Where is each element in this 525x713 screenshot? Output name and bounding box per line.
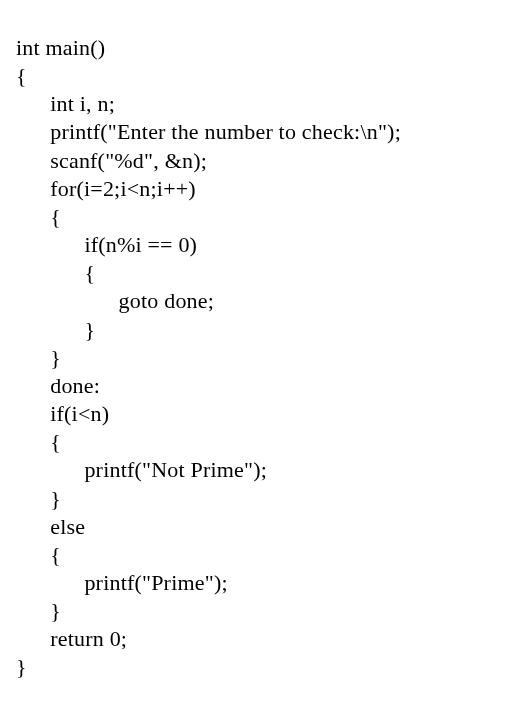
code-text: int main() { int i, n; printf("Enter the…	[0, 22, 525, 692]
